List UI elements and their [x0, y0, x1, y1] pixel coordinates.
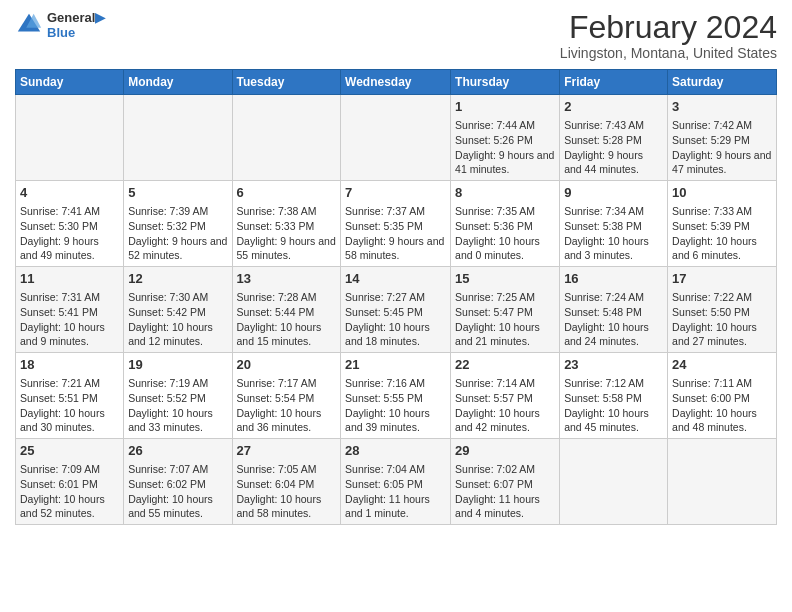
day-number: 10: [672, 184, 772, 202]
calendar-cell: 24Sunrise: 7:11 AMSunset: 6:00 PMDayligh…: [668, 353, 777, 439]
day-number: 3: [672, 98, 772, 116]
cell-info: Sunrise: 7:14 AMSunset: 5:57 PMDaylight:…: [455, 376, 555, 435]
cell-info: Sunrise: 7:44 AMSunset: 5:26 PMDaylight:…: [455, 118, 555, 177]
calendar-cell: 10Sunrise: 7:33 AMSunset: 5:39 PMDayligh…: [668, 181, 777, 267]
day-number: 4: [20, 184, 119, 202]
cell-info: Sunrise: 7:38 AMSunset: 5:33 PMDaylight:…: [237, 204, 337, 263]
col-header-friday: Friday: [560, 70, 668, 95]
day-number: 7: [345, 184, 446, 202]
calendar-cell: 25Sunrise: 7:09 AMSunset: 6:01 PMDayligh…: [16, 438, 124, 524]
calendar-cell: 19Sunrise: 7:19 AMSunset: 5:52 PMDayligh…: [124, 353, 232, 439]
day-number: 27: [237, 442, 337, 460]
logo: General▶ Blue: [15, 10, 105, 40]
main-title: February 2024: [560, 10, 777, 45]
cell-info: Sunrise: 7:02 AMSunset: 6:07 PMDaylight:…: [455, 462, 555, 521]
col-header-thursday: Thursday: [451, 70, 560, 95]
logo-icon: [15, 11, 43, 39]
day-number: 24: [672, 356, 772, 374]
calendar-cell: 21Sunrise: 7:16 AMSunset: 5:55 PMDayligh…: [341, 353, 451, 439]
header: General▶ Blue February 2024 Livingston, …: [15, 10, 777, 61]
cell-info: Sunrise: 7:07 AMSunset: 6:02 PMDaylight:…: [128, 462, 227, 521]
day-number: 15: [455, 270, 555, 288]
day-number: 6: [237, 184, 337, 202]
calendar-cell: 26Sunrise: 7:07 AMSunset: 6:02 PMDayligh…: [124, 438, 232, 524]
cell-info: Sunrise: 7:28 AMSunset: 5:44 PMDaylight:…: [237, 290, 337, 349]
day-number: 1: [455, 98, 555, 116]
day-number: 17: [672, 270, 772, 288]
day-number: 28: [345, 442, 446, 460]
subtitle: Livingston, Montana, United States: [560, 45, 777, 61]
cell-info: Sunrise: 7:21 AMSunset: 5:51 PMDaylight:…: [20, 376, 119, 435]
calendar-cell: 22Sunrise: 7:14 AMSunset: 5:57 PMDayligh…: [451, 353, 560, 439]
calendar-cell: 11Sunrise: 7:31 AMSunset: 5:41 PMDayligh…: [16, 267, 124, 353]
calendar-cell: 8Sunrise: 7:35 AMSunset: 5:36 PMDaylight…: [451, 181, 560, 267]
calendar-cell: 3Sunrise: 7:42 AMSunset: 5:29 PMDaylight…: [668, 95, 777, 181]
calendar-table: SundayMondayTuesdayWednesdayThursdayFrid…: [15, 69, 777, 525]
calendar-cell: 13Sunrise: 7:28 AMSunset: 5:44 PMDayligh…: [232, 267, 341, 353]
col-header-tuesday: Tuesday: [232, 70, 341, 95]
calendar-cell: 23Sunrise: 7:12 AMSunset: 5:58 PMDayligh…: [560, 353, 668, 439]
week-row-3: 11Sunrise: 7:31 AMSunset: 5:41 PMDayligh…: [16, 267, 777, 353]
cell-info: Sunrise: 7:35 AMSunset: 5:36 PMDaylight:…: [455, 204, 555, 263]
cell-info: Sunrise: 7:11 AMSunset: 6:00 PMDaylight:…: [672, 376, 772, 435]
calendar-cell: 12Sunrise: 7:30 AMSunset: 5:42 PMDayligh…: [124, 267, 232, 353]
day-number: 26: [128, 442, 227, 460]
day-number: 25: [20, 442, 119, 460]
calendar-cell: 15Sunrise: 7:25 AMSunset: 5:47 PMDayligh…: [451, 267, 560, 353]
calendar-cell: [560, 438, 668, 524]
cell-info: Sunrise: 7:25 AMSunset: 5:47 PMDaylight:…: [455, 290, 555, 349]
logo-text: General▶ Blue: [47, 10, 105, 40]
day-number: 18: [20, 356, 119, 374]
day-number: 11: [20, 270, 119, 288]
calendar-cell: 6Sunrise: 7:38 AMSunset: 5:33 PMDaylight…: [232, 181, 341, 267]
day-number: 9: [564, 184, 663, 202]
calendar-cell: [232, 95, 341, 181]
cell-info: Sunrise: 7:22 AMSunset: 5:50 PMDaylight:…: [672, 290, 772, 349]
day-number: 22: [455, 356, 555, 374]
calendar-cell: 17Sunrise: 7:22 AMSunset: 5:50 PMDayligh…: [668, 267, 777, 353]
title-area: February 2024 Livingston, Montana, Unite…: [560, 10, 777, 61]
day-number: 20: [237, 356, 337, 374]
calendar-cell: 4Sunrise: 7:41 AMSunset: 5:30 PMDaylight…: [16, 181, 124, 267]
cell-info: Sunrise: 7:43 AMSunset: 5:28 PMDaylight:…: [564, 118, 663, 177]
day-number: 16: [564, 270, 663, 288]
cell-info: Sunrise: 7:09 AMSunset: 6:01 PMDaylight:…: [20, 462, 119, 521]
header-row: SundayMondayTuesdayWednesdayThursdayFrid…: [16, 70, 777, 95]
day-number: 21: [345, 356, 446, 374]
cell-info: Sunrise: 7:17 AMSunset: 5:54 PMDaylight:…: [237, 376, 337, 435]
calendar-cell: 29Sunrise: 7:02 AMSunset: 6:07 PMDayligh…: [451, 438, 560, 524]
day-number: 8: [455, 184, 555, 202]
cell-info: Sunrise: 7:41 AMSunset: 5:30 PMDaylight:…: [20, 204, 119, 263]
calendar-cell: 16Sunrise: 7:24 AMSunset: 5:48 PMDayligh…: [560, 267, 668, 353]
week-row-4: 18Sunrise: 7:21 AMSunset: 5:51 PMDayligh…: [16, 353, 777, 439]
week-row-5: 25Sunrise: 7:09 AMSunset: 6:01 PMDayligh…: [16, 438, 777, 524]
week-row-1: 1Sunrise: 7:44 AMSunset: 5:26 PMDaylight…: [16, 95, 777, 181]
cell-info: Sunrise: 7:24 AMSunset: 5:48 PMDaylight:…: [564, 290, 663, 349]
calendar-cell: 9Sunrise: 7:34 AMSunset: 5:38 PMDaylight…: [560, 181, 668, 267]
day-number: 23: [564, 356, 663, 374]
day-number: 2: [564, 98, 663, 116]
calendar-cell: 28Sunrise: 7:04 AMSunset: 6:05 PMDayligh…: [341, 438, 451, 524]
calendar-cell: [341, 95, 451, 181]
week-row-2: 4Sunrise: 7:41 AMSunset: 5:30 PMDaylight…: [16, 181, 777, 267]
calendar-cell: 7Sunrise: 7:37 AMSunset: 5:35 PMDaylight…: [341, 181, 451, 267]
col-header-wednesday: Wednesday: [341, 70, 451, 95]
col-header-sunday: Sunday: [16, 70, 124, 95]
day-number: 14: [345, 270, 446, 288]
cell-info: Sunrise: 7:19 AMSunset: 5:52 PMDaylight:…: [128, 376, 227, 435]
day-number: 19: [128, 356, 227, 374]
cell-info: Sunrise: 7:12 AMSunset: 5:58 PMDaylight:…: [564, 376, 663, 435]
day-number: 29: [455, 442, 555, 460]
cell-info: Sunrise: 7:37 AMSunset: 5:35 PMDaylight:…: [345, 204, 446, 263]
calendar-cell: [124, 95, 232, 181]
calendar-cell: [16, 95, 124, 181]
cell-info: Sunrise: 7:39 AMSunset: 5:32 PMDaylight:…: [128, 204, 227, 263]
calendar-cell: 20Sunrise: 7:17 AMSunset: 5:54 PMDayligh…: [232, 353, 341, 439]
day-number: 5: [128, 184, 227, 202]
cell-info: Sunrise: 7:05 AMSunset: 6:04 PMDaylight:…: [237, 462, 337, 521]
cell-info: Sunrise: 7:31 AMSunset: 5:41 PMDaylight:…: [20, 290, 119, 349]
col-header-saturday: Saturday: [668, 70, 777, 95]
calendar-cell: 5Sunrise: 7:39 AMSunset: 5:32 PMDaylight…: [124, 181, 232, 267]
calendar-cell: 14Sunrise: 7:27 AMSunset: 5:45 PMDayligh…: [341, 267, 451, 353]
cell-info: Sunrise: 7:30 AMSunset: 5:42 PMDaylight:…: [128, 290, 227, 349]
